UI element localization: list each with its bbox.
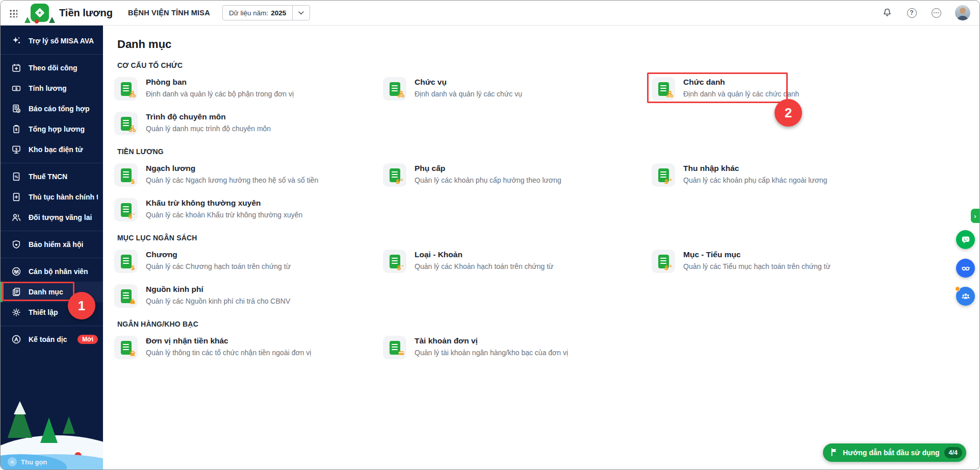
christmas-decoration: « Thu gọn	[1, 385, 103, 469]
report-dollar-icon: $	[11, 104, 22, 114]
svg-text:$: $	[17, 109, 19, 112]
notifications-bell-icon[interactable]	[882, 7, 893, 18]
card-title: Tài khoản đơn vị	[415, 336, 568, 345]
card-trinh-do-chuyen-mon[interactable]: Trình độ chuyên môn Quản lý danh mục trì…	[114, 112, 383, 135]
card-ngach-luong[interactable]: Ngạch lương Quản lý các Ngạch lương hưởn…	[114, 163, 383, 187]
year-label: Dữ liệu năm:	[229, 9, 268, 17]
notification-dot	[955, 286, 960, 291]
sidebar-item-ke-toan-dich-vu[interactable]: Kế toán dịch vụ Mới	[1, 329, 103, 350]
sidebar-item-label: Thiết lập	[29, 308, 58, 316]
card-description: Quản lý các Ngạch lương hưởng theo hệ số…	[146, 176, 318, 184]
apps-grid-icon[interactable]	[9, 9, 17, 17]
chevron-down-icon[interactable]	[292, 6, 310, 20]
support-glasses-button[interactable]	[956, 259, 975, 278]
help-icon[interactable]: ?	[906, 7, 917, 18]
sidebar-item-tong-hop-luong[interactable]: $ Tổng hợp lương	[1, 119, 103, 139]
section-muc-luc-ngan-sach: MỤC LỤC NGÂN SÁCH Chương Quản lý các Chư…	[114, 234, 967, 308]
card-title: Mục - Tiểu mục	[683, 250, 831, 259]
card-nguon-kinh-phi[interactable]: Nguồn kinh phí Quản lý các Nguồn kinh ph…	[114, 284, 383, 308]
card-thu-nhap-khac[interactable]: Thu nhập khác Quản lý các khoản phụ cấp …	[652, 163, 920, 187]
card-chuc-vu[interactable]: Chức vụ Định danh và quản lý các chức vụ	[383, 77, 652, 101]
section-header: TIỀN LƯƠNG	[117, 147, 967, 156]
card-title: Đơn vị nhận tiền khác	[146, 336, 311, 345]
organization-name: BỆNH VIỆN TỈNH MISA	[128, 9, 210, 17]
card-loai-khoan[interactable]: Loại - Khoản Quản lý các Khoản hạch toán…	[383, 250, 652, 273]
santa-icon	[74, 452, 82, 459]
sidebar-item-label: Đối tượng vãng lai	[29, 213, 92, 221]
collapse-label: Thu gọn	[21, 458, 47, 466]
card-title: Phòng ban	[146, 78, 294, 87]
sidebar-item-danh-muc[interactable]: Danh mục 1	[1, 282, 103, 302]
sidebar: Trợ lý số MISA AVA Theo dõi công $ Tính …	[1, 26, 103, 469]
sidebar-item-bao-hiem-xa-hoi[interactable]: Bảo hiểm xã hội	[1, 234, 103, 255]
getting-started-guide-button[interactable]: Hướng dẫn bắt đầu sử dụng 4/4	[823, 443, 966, 462]
sidebar-item-label: Báo cáo tổng hợp	[29, 105, 90, 113]
card-title: Nguồn kinh phí	[146, 285, 290, 294]
catalog-org-icon	[652, 77, 675, 101]
card-description: Quản lý danh mục trình độ chuyên môn	[146, 125, 271, 133]
catalog-org-icon	[114, 112, 138, 135]
data-year-dropdown[interactable]: Dữ liệu năm:2025	[222, 5, 310, 20]
user-avatar[interactable]	[955, 5, 970, 20]
christmas-tree-icon	[8, 401, 32, 438]
sidebar-item-label: Thủ tục hành chính thuế	[29, 193, 98, 201]
card-title: Chương	[146, 250, 291, 259]
catalog-dollar-plus-icon	[383, 163, 406, 187]
card-title: Loại - Khoản	[415, 250, 553, 259]
card-description: Định danh và quản lý các chức vụ	[415, 90, 522, 98]
catalog-dollar-plus-icon	[652, 163, 675, 187]
community-group-button[interactable]	[956, 287, 975, 306]
christmas-tree-icon	[40, 416, 58, 443]
catalog-icon	[11, 287, 22, 297]
card-title: Trình độ chuyên môn	[146, 112, 271, 121]
monitor-dollar-icon: $	[11, 144, 22, 155]
divider	[1, 258, 103, 258]
christmas-tree-icon	[49, 17, 55, 23]
section-ngan-hang-kho-bac: NGÂN HÀNG/KHO BẠC Đơn vị nhận tiền khác …	[114, 320, 967, 359]
year-value: 2025	[271, 9, 286, 17]
sidebar-item-kho-bac-dien-tu[interactable]: $ Kho bạc điện tử	[1, 139, 103, 160]
sidebar-item-tro-ly-so-misa-ava[interactable]: Trợ lý số MISA AVA	[1, 31, 103, 51]
section-co-cau-to-chuc: CƠ CẤU TỔ CHỨC Phòng ban Định danh và qu…	[114, 61, 967, 135]
app-title: Tiền lương	[59, 7, 113, 19]
sparkle-icon	[11, 36, 22, 46]
divider	[1, 163, 103, 163]
sidebar-item-theo-doi-cong[interactable]: Theo dõi công	[1, 58, 103, 78]
sidebar-item-thu-tuc-hanh-chinh-thue[interactable]: Thủ tục hành chính thuế	[1, 187, 103, 207]
sidebar-item-label: Trợ lý số MISA AVA	[29, 37, 94, 45]
card-phong-ban[interactable]: Phòng ban Định danh và quản lý các bộ ph…	[114, 77, 383, 101]
edge-expand-tab[interactable]: ›	[971, 209, 979, 223]
sidebar-item-tinh-luong[interactable]: $ Tính lương	[1, 78, 103, 98]
annotation-step-2: 2	[775, 99, 802, 127]
card-tai-khoan-don-vi[interactable]: Tài khoản đơn vị Quản lý tài khoản ngân …	[383, 336, 652, 359]
sidebar-item-bao-cao-tong-hop[interactable]: $ Báo cáo tổng hợp	[1, 98, 103, 119]
sidebar-item-can-bo-nhan-vien[interactable]: Cán bộ nhân viên	[1, 261, 103, 282]
svg-text:$: $	[15, 147, 18, 151]
chat-support-button[interactable]	[956, 230, 975, 249]
card-description: Quản lý các Nguồn kinh phí chi trả cho C…	[146, 297, 290, 305]
catalog-bank-card-icon	[383, 336, 406, 359]
main-content: Danh mục CƠ CẤU TỔ CHỨC Phòng ban Định d…	[103, 26, 979, 469]
card-muc-tieu-muc[interactable]: Mục - Tiểu mục Quản lý các Tiểu mục hạch…	[652, 250, 920, 273]
sidebar-collapse-button[interactable]: « Thu gọn	[8, 457, 47, 466]
card-don-vi-nhan-tien-khac[interactable]: Đơn vị nhận tiền khác Quản lý thông tin …	[114, 336, 383, 359]
card-description: Quản lý các khoản phụ cấp khác ngoài lươ…	[683, 176, 827, 184]
card-khau-tru-khong-thuong-xuyen[interactable]: Khấu trừ không thường xuyên Quản lý các …	[114, 198, 383, 221]
more-options-icon[interactable]	[931, 7, 942, 18]
sidebar-item-label: Kế toán dịch vụ	[29, 335, 67, 343]
section-header: MỤC LỤC NGÂN SÁCH	[117, 234, 967, 242]
sidebar-item-doi-tuong-vang-lai[interactable]: Đối tượng vãng lai	[1, 207, 103, 228]
misa-logo	[27, 2, 53, 24]
guide-label: Hướng dẫn bắt đầu sử dụng	[843, 449, 940, 457]
card-title: Phụ cấp	[415, 164, 561, 173]
sidebar-item-thue-tncn[interactable]: % Thuế TNCN	[1, 166, 103, 187]
app-window: Tiền lương BỆNH VIỆN TỈNH MISA Dữ liệu n…	[0, 0, 980, 470]
guide-progress-badge: 4/4	[944, 447, 962, 458]
card-chuong[interactable]: Chương Quản lý các Chương hạch toán trên…	[114, 250, 383, 273]
shield-heart-icon	[11, 239, 22, 250]
sidebar-item-label: Cán bộ nhân viên	[29, 267, 88, 276]
card-phu-cap[interactable]: Phụ cấp Quản lý các khoản phụ cấp hưởng …	[383, 163, 652, 187]
topbar: Tiền lương BỆNH VIỆN TỈNH MISA Dữ liệu n…	[1, 1, 979, 26]
card-description: Quản lý tài khoản ngân hàng/kho bạc của …	[415, 349, 568, 357]
card-chuc-danh[interactable]: 2 Chức danh Định danh và quản lý các chứ…	[652, 77, 920, 101]
